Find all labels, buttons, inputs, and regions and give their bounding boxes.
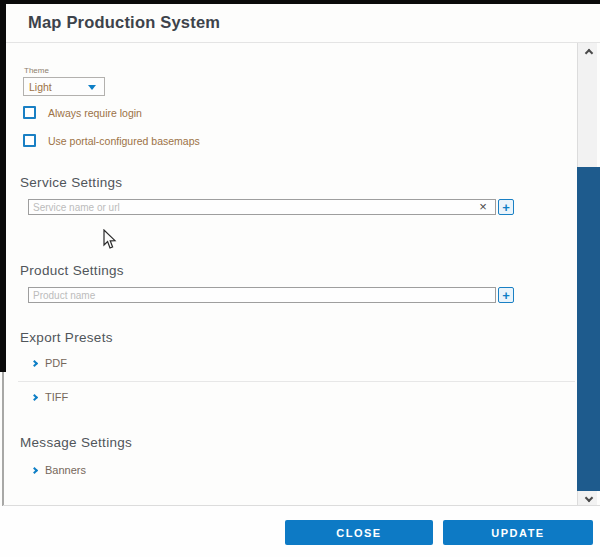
checkbox-label: Always require login [48, 107, 142, 119]
header-divider [6, 42, 600, 43]
close-button[interactable]: CLOSE [285, 520, 433, 545]
caret-down-icon [88, 85, 96, 90]
checkbox-label: Use portal-configured basemaps [48, 135, 200, 147]
export-preset-pdf-row[interactable]: PDF [32, 357, 67, 369]
chevron-right-icon [31, 467, 38, 474]
mouse-cursor-icon [103, 229, 117, 250]
product-name-input[interactable] [28, 287, 496, 303]
theme-selected-value: Light [29, 81, 52, 93]
chevron-down-icon [585, 494, 593, 502]
export-preset-label: TIFF [45, 391, 68, 403]
message-item-label: Banners [45, 464, 86, 476]
export-presets-heading: Export Presets [20, 330, 113, 345]
dialog-title: Map Production System [28, 13, 220, 32]
message-banners-row[interactable]: Banners [32, 464, 86, 476]
footer-bar: CLOSE UPDATE [0, 506, 600, 557]
service-settings-heading: Service Settings [20, 175, 122, 190]
scrollbar-thumb[interactable] [577, 167, 600, 491]
export-preset-tiff-row[interactable]: TIFF [32, 391, 68, 403]
always-require-login-checkbox[interactable] [23, 106, 36, 119]
window-frame-top [0, 0, 600, 4]
add-service-button[interactable]: + [498, 199, 514, 215]
scrollbar-up-button[interactable] [583, 46, 595, 58]
window-frame-left [0, 0, 6, 372]
map-production-dialog: Map Production System Theme Light Always… [0, 0, 600, 557]
chevron-right-icon [31, 360, 38, 367]
chevron-right-icon [31, 394, 38, 401]
export-preset-label: PDF [45, 357, 67, 369]
theme-label: Theme [24, 66, 49, 75]
service-name-input[interactable] [28, 199, 496, 215]
theme-select[interactable]: Light [23, 77, 105, 96]
product-settings-heading: Product Settings [20, 263, 124, 278]
chevron-up-icon [585, 49, 593, 57]
message-settings-heading: Message Settings [20, 435, 132, 450]
row-divider [18, 381, 575, 382]
clear-service-input-icon[interactable]: × [476, 200, 490, 214]
update-button[interactable]: UPDATE [443, 520, 593, 545]
portal-basemaps-checkbox[interactable] [23, 134, 36, 147]
add-product-button[interactable]: + [498, 287, 514, 303]
